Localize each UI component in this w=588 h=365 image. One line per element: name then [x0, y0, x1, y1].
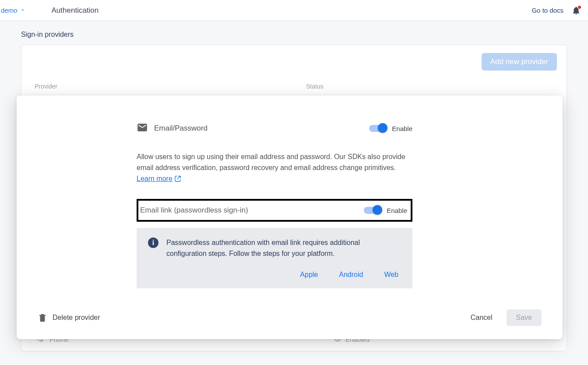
table-header: Provider Status	[21, 71, 567, 93]
notification-dot-icon	[577, 5, 581, 9]
info-icon: i	[148, 237, 158, 248]
delete-provider-label: Delete provider	[53, 314, 100, 322]
project-selector[interactable]: demo	[0, 7, 29, 14]
platform-web-link[interactable]: Web	[384, 271, 398, 279]
email-password-toggle[interactable]	[369, 125, 387, 132]
column-status: Status	[306, 83, 553, 90]
email-password-toggle-label: Enable	[392, 125, 412, 132]
email-link-toggle[interactable]	[364, 207, 381, 214]
top-bar: demo Authentication Go to docs	[0, 0, 588, 21]
chevron-down-icon	[20, 7, 25, 14]
delete-provider-button[interactable]: Delete provider	[38, 313, 100, 322]
column-provider: Provider	[35, 83, 306, 90]
email-link-toggle-label: Enable	[387, 207, 407, 214]
save-button[interactable]: Save	[507, 309, 542, 326]
dialog-actions: Delete provider Cancel Save	[35, 309, 544, 326]
notifications-button[interactable]	[571, 6, 581, 15]
section-title: Sign-in providers	[21, 31, 588, 39]
provider-header-row: Email/Password Enable	[137, 122, 412, 135]
mail-icon	[137, 122, 148, 135]
learn-more-link[interactable]: Learn more	[137, 174, 181, 184]
project-name: demo	[1, 7, 18, 14]
platform-links: Apple Android Web	[166, 271, 401, 279]
provider-name: Email/Password	[154, 124, 369, 133]
trash-icon	[38, 313, 47, 322]
info-panel: i Passwordless authentication with email…	[137, 228, 412, 288]
add-provider-button[interactable]: Add new provider	[482, 53, 557, 71]
platform-apple-link[interactable]: Apple	[300, 271, 318, 279]
platform-android-link[interactable]: Android	[339, 271, 363, 279]
go-to-docs-link[interactable]: Go to docs	[532, 7, 563, 14]
info-text: Passwordless authentication with email l…	[166, 237, 401, 259]
external-link-icon	[174, 175, 181, 182]
provider-dialog: Email/Password Enable Allow users to sig…	[17, 96, 563, 339]
page-title: Authentication	[52, 6, 99, 15]
email-link-label: Email link (passwordless sign-in)	[140, 206, 364, 215]
provider-description-text: Allow users to sign up using their email…	[137, 153, 405, 171]
email-link-row: Email link (passwordless sign-in) Enable	[137, 199, 412, 222]
learn-more-label: Learn more	[137, 174, 173, 184]
cancel-button[interactable]: Cancel	[463, 310, 500, 325]
provider-description: Allow users to sign up using their email…	[137, 152, 412, 184]
